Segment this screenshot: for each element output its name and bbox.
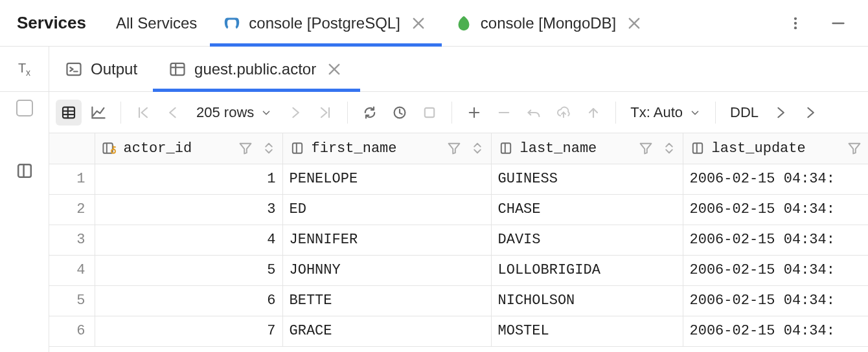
delete-row-button[interactable] [491, 100, 517, 126]
filter-icon[interactable] [637, 140, 654, 156]
cell-last-name[interactable]: NICHOLSON [491, 285, 683, 316]
cell-actor-id[interactable]: 4 [95, 225, 282, 255]
secondary-tab-bar: Tx Output guest.public.actor [0, 47, 868, 92]
column-header-first-name[interactable]: first_name [282, 133, 491, 164]
result-toolbar: 205 rows Tx: Auto DDL [49, 92, 868, 133]
tx-indicator[interactable]: Tx [0, 47, 49, 91]
reload-button[interactable] [357, 100, 383, 126]
tx-mode-label: Tx: Auto [630, 104, 683, 121]
schedule-button[interactable] [387, 100, 413, 126]
output-icon [65, 60, 83, 78]
secondary-tab-label: Output [91, 60, 137, 78]
top-tab-all-services[interactable]: All Services [103, 0, 210, 46]
filter-icon[interactable] [237, 140, 254, 156]
ddl-next-button[interactable] [768, 100, 794, 126]
first-page-button[interactable] [130, 100, 156, 126]
secondary-tab-output[interactable]: Output [49, 47, 153, 91]
prev-page-button[interactable] [160, 100, 186, 126]
row-number[interactable]: 1 [49, 164, 95, 194]
chevron-down-icon [260, 107, 272, 118]
cell-last-update[interactable]: 2006-02-15 04:34: [683, 164, 868, 194]
cell-last-update[interactable]: 2006-02-15 04:34: [683, 316, 868, 346]
mongo-icon [455, 14, 473, 32]
cell-actor-id[interactable]: 7 [95, 316, 282, 346]
column-header-last-name[interactable]: last_name [491, 133, 683, 164]
left-gutter [0, 92, 49, 352]
column-header-row: actor_id first_name [49, 133, 868, 164]
cell-first-name[interactable]: PENELOPE [282, 164, 491, 194]
pk-column-icon [102, 140, 117, 156]
layout-icon[interactable] [16, 162, 34, 180]
revert-button[interactable] [521, 100, 547, 126]
top-tab-console-mongodb[interactable]: console [MongoDB] [442, 0, 657, 46]
cell-first-name[interactable]: BETTE [282, 285, 491, 316]
row-number-header[interactable] [49, 133, 95, 164]
table-row[interactable]: 56BETTENICHOLSON2006-02-15 04:34: [49, 285, 868, 316]
last-page-button[interactable] [312, 100, 338, 126]
cell-last-name[interactable]: LOLLOBRIGIDA [491, 255, 683, 285]
cell-actor-id[interactable]: 1 [95, 164, 282, 194]
filter-icon[interactable] [846, 140, 863, 156]
row-number[interactable]: 3 [49, 225, 95, 255]
sort-icon[interactable] [260, 140, 277, 156]
sort-icon[interactable] [469, 140, 486, 156]
cell-first-name[interactable]: GRACE [282, 316, 491, 346]
top-tab-label: console [MongoDB] [481, 14, 616, 32]
next-page-button[interactable] [282, 100, 308, 126]
chevron-down-icon [689, 107, 701, 118]
cell-actor-id[interactable]: 6 [95, 285, 282, 316]
row-number[interactable]: 6 [49, 316, 95, 346]
cell-last-name[interactable]: MOSTEL [491, 316, 683, 346]
row-number[interactable]: 2 [49, 194, 95, 225]
cell-last-name[interactable]: GUINESS [491, 164, 683, 194]
select-all-checkbox[interactable] [16, 100, 33, 116]
cell-last-name[interactable]: CHASE [491, 194, 683, 225]
submit-button[interactable] [551, 100, 577, 126]
top-tab-bar: Services All Services console [PostgreSQ… [0, 0, 868, 47]
cell-actor-id[interactable]: 5 [95, 255, 282, 285]
stop-button[interactable] [417, 100, 442, 126]
top-tab-label: console [PostgreSQL] [249, 14, 400, 32]
table-row[interactable]: 45JOHNNYLOLLOBRIGIDA2006-02-15 04:34: [49, 255, 868, 285]
top-tab-console-postgresql[interactable]: console [PostgreSQL] [210, 0, 441, 46]
secondary-tab-result[interactable]: guest.public.actor [153, 47, 360, 91]
add-row-button[interactable] [461, 100, 487, 126]
table-row[interactable]: 34JENNIFERDAVIS2006-02-15 04:34: [49, 225, 868, 255]
row-number[interactable]: 5 [49, 285, 95, 316]
column-icon [690, 140, 705, 156]
cell-last-name[interactable]: DAVIS [491, 225, 683, 255]
close-icon[interactable] [624, 13, 645, 34]
cell-last-update[interactable]: 2006-02-15 04:34: [683, 255, 868, 285]
close-icon[interactable] [408, 13, 429, 34]
column-header-last-update[interactable]: last_update [683, 133, 868, 164]
cell-last-update[interactable]: 2006-02-15 04:34: [683, 285, 868, 316]
ddl-label[interactable]: DDL [725, 104, 764, 121]
cell-first-name[interactable]: JOHNNY [282, 255, 491, 285]
table-view-button[interactable] [56, 100, 82, 126]
postgres-icon [223, 14, 241, 32]
cell-first-name[interactable]: ED [282, 194, 491, 225]
row-count-dropdown[interactable]: 205 rows [190, 104, 279, 121]
filter-icon[interactable] [446, 140, 463, 156]
row-count-label: 205 rows [196, 104, 254, 121]
column-header-actor-id[interactable]: actor_id [95, 133, 282, 164]
cell-first-name[interactable]: JENNIFER [282, 225, 491, 255]
hide-button[interactable] [825, 10, 851, 36]
cell-actor-id[interactable]: 3 [95, 194, 282, 225]
table-row[interactable]: 23EDCHASE2006-02-15 04:34: [49, 194, 868, 225]
export-button[interactable] [580, 100, 606, 126]
overflow-button[interactable] [797, 100, 823, 126]
tx-mode-dropdown[interactable]: Tx: Auto [625, 104, 706, 121]
close-icon[interactable] [324, 59, 345, 80]
column-name: last_update [712, 140, 806, 157]
table-row[interactable]: 11PENELOPEGUINESS2006-02-15 04:34: [49, 164, 868, 194]
cell-last-update[interactable]: 2006-02-15 04:34: [683, 225, 868, 255]
more-options-button[interactable] [782, 10, 808, 36]
sort-icon[interactable] [661, 140, 678, 156]
table-row[interactable]: 67GRACEMOSTEL2006-02-15 04:34: [49, 316, 868, 346]
top-tabs: All Services console [PostgreSQL] consol… [103, 0, 657, 46]
data-grid: actor_id first_name [49, 133, 868, 352]
chart-view-button[interactable] [86, 100, 111, 126]
cell-last-update[interactable]: 2006-02-15 04:34: [683, 194, 868, 225]
row-number[interactable]: 4 [49, 255, 95, 285]
